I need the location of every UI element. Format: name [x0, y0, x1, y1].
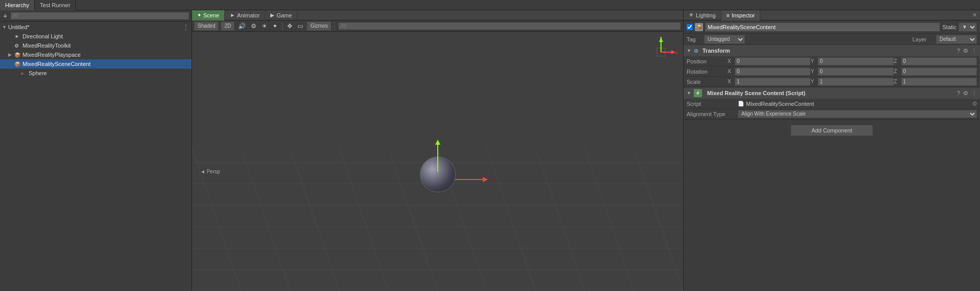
transform-title: Transform: [702, 48, 730, 54]
tab-test-runner[interactable]: Test Runner: [35, 0, 76, 10]
persp-label: ◄ Persp: [200, 169, 220, 174]
tree-arrow: ▶: [8, 52, 14, 57]
tree-item-mrplayspace[interactable]: ▶ 📦 MixedRealityPlayspace: [0, 50, 191, 59]
2d-button[interactable]: 2D: [221, 21, 235, 31]
tab-game[interactable]: ▶ Game: [265, 10, 297, 20]
static-dropdown[interactable]: ▼: [958, 23, 977, 32]
tree-arrow: ▼: [2, 25, 8, 30]
scl-y-axis: Y: [811, 79, 818, 84]
gizmos-dropdown[interactable]: Gizmos: [307, 21, 331, 31]
tree-item-untitled[interactable]: ▼ Untitled* ⋮: [0, 23, 191, 32]
move-tool[interactable]: ✥: [286, 23, 294, 30]
tree-item-mrtk[interactable]: ⚙ MixedRealityToolkit: [0, 41, 191, 50]
pos-y-axis: Y: [811, 58, 818, 64]
add-component-button[interactable]: Add Component: [791, 125, 874, 136]
static-label: Static: [942, 24, 956, 30]
script-menu-btn[interactable]: ⋮: [971, 90, 977, 97]
script-arrow-icon: ▼: [687, 91, 692, 96]
tab-lighting[interactable]: ☀ Lighting: [684, 10, 721, 20]
tab-scene[interactable]: ✦ Scene: [192, 10, 225, 20]
audio-icon[interactable]: 🔊: [237, 23, 247, 30]
rotation-x-input[interactable]: [735, 68, 811, 76]
scene-toolbar: Shaded 2D 🔊 ⚙ ☀ ✦ ✥ ▭ Gizmos: [192, 20, 683, 32]
scene-gizmo[interactable]: y x: [645, 36, 678, 69]
svg-line-15: [585, 148, 634, 291]
scale-z-input[interactable]: [901, 78, 977, 86]
tag-select[interactable]: Untagged: [704, 35, 745, 44]
svg-line-8: [241, 148, 290, 291]
right-panel: ☀ Lighting ≡ Inspector ✕ 📦 Static ▼: [683, 10, 980, 291]
object-icon: 📦: [695, 23, 703, 31]
particles-icon[interactable]: ✦: [271, 23, 279, 30]
mrscenecontent-icon: 📦: [14, 61, 22, 67]
y-axis-line: [437, 141, 438, 172]
toolbar-separator: [282, 22, 283, 30]
tree-label: MixedRealityPlayspace: [23, 52, 81, 58]
gizmo-svg: y x: [645, 36, 678, 69]
transform-actions: ? ⚙ ⋮: [957, 48, 977, 54]
effects-icon[interactable]: ⚙: [249, 23, 258, 30]
script-link-btn[interactable]: ⊙: [972, 100, 977, 107]
inspector-close-btn[interactable]: ✕: [969, 12, 980, 18]
position-y-input[interactable]: [818, 57, 893, 65]
rotation-fields: X Y Z: [728, 68, 977, 76]
rotation-row: Rotation X Y Z: [684, 66, 980, 77]
rotation-z-input[interactable]: [901, 68, 977, 76]
scale-x-input[interactable]: [735, 78, 811, 86]
lighting-toggle[interactable]: ☀: [260, 23, 269, 30]
object-active-checkbox[interactable]: [687, 24, 693, 30]
alignment-type-select[interactable]: Align With Experience Scale: [738, 110, 977, 118]
scale-y-input[interactable]: [818, 78, 893, 86]
tree-label: MixedRealityToolkit: [23, 42, 71, 49]
add-button[interactable]: +: [2, 12, 8, 20]
layer-select[interactable]: Default: [936, 35, 977, 44]
x-axis-arrow: [483, 177, 488, 182]
animator-tab-label: Animator: [237, 12, 260, 18]
center-panel: ✦ Scene ► Animator ▶ Game Shaded 2D 🔊 ⚙ …: [192, 10, 683, 291]
tree-label: Directional Light: [23, 33, 63, 39]
lighting-tab-label: Lighting: [696, 12, 716, 18]
game-tab-label: Game: [276, 12, 292, 18]
scene-tabs-bar: ✦ Scene ► Animator ▶ Game: [192, 10, 683, 20]
position-z-input[interactable]: [901, 57, 977, 65]
object-name-input[interactable]: [705, 23, 940, 32]
toolbar-separator-2: [334, 22, 335, 30]
script-settings-btn[interactable]: ⚙: [963, 90, 968, 97]
transform-header[interactable]: ▼ ⊕ Transform ? ⚙ ⋮: [684, 45, 980, 56]
tree-item-sphere[interactable]: ○ Sphere: [0, 69, 191, 78]
position-x-input[interactable]: [735, 57, 811, 65]
transform-menu-btn[interactable]: ⋮: [971, 48, 977, 54]
transform-help-btn[interactable]: ?: [957, 48, 960, 54]
tab-inspector[interactable]: ≡ Inspector: [721, 10, 761, 20]
sphere-icon: ○: [20, 71, 28, 76]
rect-tool[interactable]: ▭: [296, 23, 305, 30]
shaded-dropdown[interactable]: Shaded: [194, 21, 219, 31]
scene-view-canvas[interactable]: .grid-line{stroke:#666;stroke-width:0.5;…: [192, 32, 683, 291]
rotation-y-input[interactable]: [818, 68, 893, 76]
svg-text:x: x: [675, 51, 677, 55]
top-tab-bar: Hierarchy Test Runner: [0, 0, 980, 10]
rotation-y-group: Y: [811, 68, 893, 76]
svg-text:y: y: [660, 36, 662, 40]
tree-label: Untitled*: [8, 24, 30, 30]
scene-search-input[interactable]: [338, 22, 681, 30]
transform-settings-btn[interactable]: ⚙: [963, 48, 968, 54]
mrplayspace-icon: 📦: [14, 52, 22, 58]
inspector-icon: ≡: [727, 12, 730, 18]
scale-label: Scale: [687, 79, 728, 85]
main-layout: + ▼ Untitled* ⋮ ☀ Directional Light ⚙: [0, 10, 980, 291]
tree-item-directional-light[interactable]: ☀ Directional Light: [0, 32, 191, 41]
rot-z-axis: Z: [894, 69, 901, 74]
tab-hierarchy[interactable]: Hierarchy: [0, 0, 35, 10]
script-help-btn[interactable]: ?: [957, 90, 960, 97]
tree-options-icon[interactable]: ⋮: [182, 23, 189, 31]
svg-line-10: [339, 148, 389, 291]
alignment-label: Alignment Type: [687, 111, 738, 117]
hierarchy-toolbar: +: [0, 10, 191, 21]
tab-animator[interactable]: ► Animator: [225, 10, 265, 20]
hierarchy-search-input[interactable]: [10, 12, 189, 20]
script-component-header[interactable]: ▼ # Mixed Reality Scene Content (Script)…: [684, 87, 980, 99]
tree-item-mrscenecontent[interactable]: 📦 MixedRealitySceneContent: [0, 59, 191, 69]
pos-z-axis: Z: [894, 58, 901, 64]
layer-label: Layer: [912, 36, 933, 42]
